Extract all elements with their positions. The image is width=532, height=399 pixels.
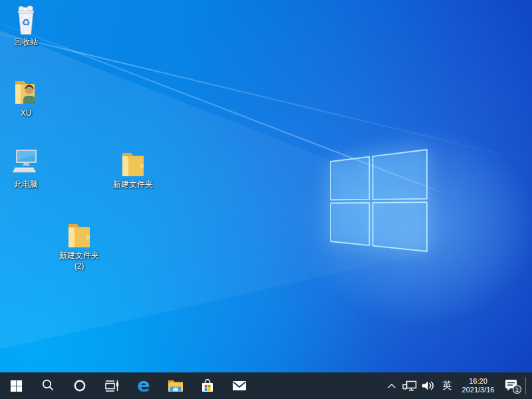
desktop-icon-label: XU [21, 108, 32, 118]
ime-language-indicator[interactable]: 英 [438, 372, 456, 399]
windows-logo-icon [10, 380, 23, 392]
desktop-icon-label: 此电脑 [14, 180, 38, 190]
desktop-icon-new-folder-2[interactable]: 新建文件夹 (2) [54, 217, 104, 271]
start-button[interactable] [0, 372, 32, 399]
file-explorer-button[interactable] [160, 372, 192, 399]
recycle-bin-icon: ♻ [12, 4, 40, 35]
show-desktop-button[interactable] [526, 372, 532, 399]
search-icon [41, 379, 55, 392]
desktop-icon-label: 回收站 [14, 37, 38, 47]
clock[interactable]: 16:20 2021/3/16 [456, 372, 500, 399]
edge-icon: e [134, 376, 153, 395]
clock-date: 2021/3/16 [462, 386, 495, 395]
desktop-icon-label-line2: (2) [74, 261, 84, 271]
chevron-up-icon [387, 383, 396, 389]
desktop-icon-user-folder[interactable]: XU [1, 75, 51, 118]
wallpaper-windows-logo [326, 146, 432, 262]
folder-icon [65, 217, 94, 249]
windows-desktop[interactable]: ♻ 回收站 XU [0, 0, 532, 399]
this-pc-icon [10, 146, 42, 178]
network-ethernet-icon [402, 380, 417, 392]
user-folder-icon [10, 75, 42, 106]
taskbar: e [0, 372, 532, 399]
cortana-circle-icon [73, 379, 86, 392]
search-button[interactable] [32, 372, 64, 399]
folder-icon [118, 146, 148, 178]
clock-time: 16:20 [469, 377, 487, 386]
task-view-icon [104, 379, 119, 392]
speaker-icon [422, 380, 435, 391]
desktop-icon-recycle-bin[interactable]: ♻ 回收站 [1, 4, 51, 47]
desktop-icon-label: 新建文件夹 [113, 180, 153, 190]
edge-button[interactable]: e [128, 372, 160, 399]
notification-icon: 1 [504, 378, 522, 394]
mail-icon [231, 379, 247, 392]
mail-button[interactable] [223, 372, 255, 399]
store-button[interactable] [192, 372, 223, 399]
system-tray: 英 16:20 2021/3/16 1 [383, 372, 532, 399]
action-center-button[interactable]: 1 [500, 372, 525, 399]
file-explorer-icon [167, 378, 184, 394]
svg-text:♻: ♻ [21, 17, 30, 29]
desktop-icon-this-pc[interactable]: 此电脑 [1, 146, 51, 190]
task-view-button[interactable] [96, 372, 128, 399]
svg-text:1: 1 [515, 386, 519, 392]
store-icon [200, 378, 215, 394]
svg-text:e: e [138, 376, 150, 395]
network-button[interactable] [400, 372, 419, 399]
desktop-icon-label: 新建文件夹 [59, 251, 99, 261]
tray-show-hidden-icons-button[interactable] [383, 372, 400, 399]
desktop-icon-new-folder[interactable]: 新建文件夹 [108, 146, 158, 190]
cortana-button[interactable] [64, 372, 96, 399]
volume-button[interactable] [419, 372, 438, 399]
